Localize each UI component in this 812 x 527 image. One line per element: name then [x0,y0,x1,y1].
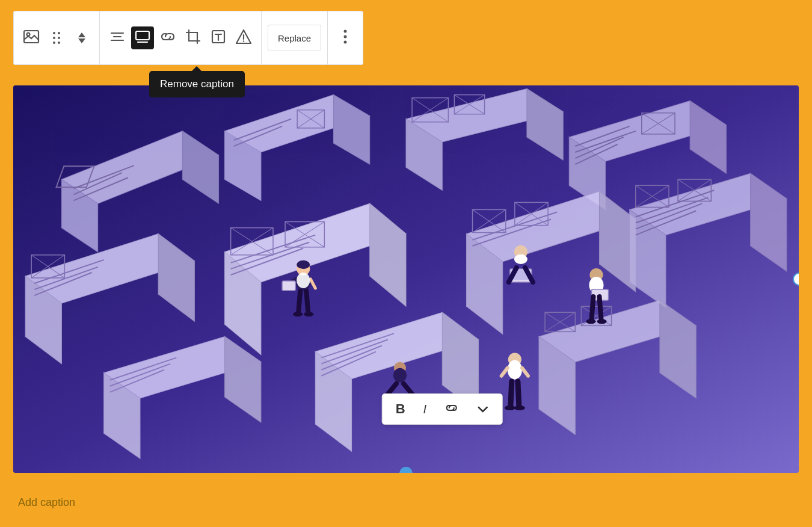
more-icon [343,29,347,48]
svg-point-154 [505,405,515,410]
drag-icon [53,32,61,45]
svg-point-141 [597,319,606,324]
more-text-options-button[interactable] [473,400,493,419]
image-icon [23,29,40,47]
image-toolbar: Replace [13,11,363,65]
more-options-button[interactable] [334,26,357,49]
toolbar-group-image [14,11,100,64]
crop-icon [185,29,201,48]
italic-button[interactable]: I [420,400,431,419]
svg-point-126 [293,312,303,316]
align-center-icon [109,30,125,46]
align-center-button[interactable] [106,26,129,49]
svg-point-149 [508,360,522,380]
link-button[interactable] [156,26,179,49]
toolbar-group-replace: Replace [262,11,328,64]
svg-point-128 [297,273,310,288]
svg-point-13 [344,29,347,32]
tooltip-text: Remove caption [160,78,234,90]
toolbar-group-more [328,11,363,64]
svg-line-139 [599,297,601,319]
link-icon [159,30,176,46]
svg-rect-123 [282,281,295,291]
svg-point-120 [297,260,310,269]
drag-handle-button[interactable] [45,26,68,49]
image-block[interactable]: B I [13,85,799,473]
move-arrows-button[interactable] [70,26,93,49]
svg-line-138 [591,297,593,319]
svg-line-125 [306,291,308,312]
inline-link-icon [444,403,459,416]
svg-point-127 [304,312,313,316]
bold-label: B [396,401,405,416]
italic-label: I [423,402,427,416]
svg-line-152 [511,381,512,406]
warning-button[interactable] [232,26,255,49]
bold-button[interactable]: B [392,399,409,419]
crop-button[interactable] [182,26,205,49]
warning-icon [236,29,251,48]
svg-point-15 [344,40,347,43]
chevron-down-icon [477,402,489,416]
text-icon [211,29,226,48]
svg-rect-5 [136,31,149,40]
text-overlay-button[interactable] [207,26,230,49]
caption-toggle-button[interactable] [131,26,154,49]
svg-point-12 [243,40,244,42]
remove-caption-tooltip: Remove caption [149,71,245,97]
svg-point-130 [514,254,527,264]
toolbar-group-align [100,11,262,64]
inline-link-button[interactable] [441,399,463,419]
image-icon-button[interactable] [20,26,43,49]
svg-point-143 [393,368,407,383]
svg-line-153 [518,381,519,406]
svg-point-14 [344,35,347,38]
caption-icon [135,30,150,46]
arrows-icon [78,32,85,43]
svg-line-124 [298,291,300,312]
caption-area[interactable]: Add caption [18,496,75,509]
caption-placeholder: Add caption [18,496,75,508]
text-format-toolbar: B I [382,393,503,425]
svg-point-155 [514,405,525,410]
replace-button[interactable]: Replace [268,25,321,51]
svg-point-140 [586,319,595,324]
